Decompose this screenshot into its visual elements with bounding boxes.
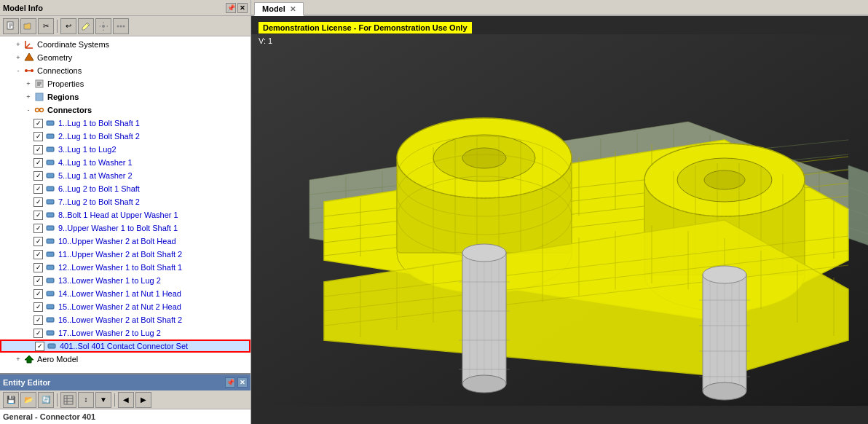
tree-item-c7[interactable]: ✓ 7..Lug 2 to Bolt Shaft 2 <box>0 195 250 208</box>
tree-item-c13[interactable]: ✓ 13..Lower Washer 1 to Lug 2 <box>0 274 250 287</box>
tree-item-connections[interactable]: - Connections <box>0 64 250 77</box>
check-c401[interactable]: ✓ <box>35 342 44 351</box>
expand-connectors[interactable]: - <box>23 105 33 115</box>
entity-table-btn[interactable] <box>60 392 76 408</box>
entity-editor-title: Entity Editor <box>3 378 50 387</box>
entity-editor: Entity Editor 📌 ✕ 💾 📂 🔄 ↕ ▼ ◀ ▶ <box>0 373 250 424</box>
open-button[interactable] <box>20 18 36 34</box>
model-3d-view[interactable] <box>251 16 868 424</box>
entity-pin-button[interactable]: 📌 <box>225 377 235 388</box>
svg-rect-39 <box>47 318 54 322</box>
check-c10[interactable]: ✓ <box>33 237 43 246</box>
entity-section-label: General - Connector 401 <box>3 411 248 423</box>
svg-point-138 <box>462 375 506 393</box>
check-c8[interactable]: ✓ <box>33 211 43 220</box>
svg-rect-34 <box>47 252 54 256</box>
check-c13[interactable]: ✓ <box>33 276 43 286</box>
tree-item-c14[interactable]: ✓ 14..Lower Washer 1 at Nut 1 Head <box>0 287 250 300</box>
tree-item-coordinate-systems[interactable]: + Coordinate Systems <box>0 38 250 51</box>
tab-model[interactable]: Model ✕ <box>254 2 304 16</box>
tree-item-c15[interactable]: ✓ 15..Lower Washer 2 at Nut 2 Head <box>0 300 250 313</box>
expand-properties[interactable]: + <box>23 79 33 89</box>
connectors-label: Connectors <box>47 106 92 114</box>
geometry-label: Geometry <box>37 53 72 62</box>
c12-label: 12..Lower Washer 1 to Bolt Shaft 1 <box>58 263 182 272</box>
svg-point-6 <box>117 25 119 27</box>
tree-item-c5[interactable]: ✓ 5..Lug 1 at Washer 2 <box>0 169 250 182</box>
svg-point-150 <box>703 382 746 400</box>
cut-button[interactable]: ✂ <box>38 18 54 34</box>
regions-icon <box>33 91 45 103</box>
entity-toolbar: 💾 📂 🔄 ↕ ▼ ◀ ▶ <box>0 390 250 409</box>
check-c14[interactable]: ✓ <box>33 289 43 299</box>
check-c4[interactable]: ✓ <box>33 158 43 168</box>
check-c9[interactable]: ✓ <box>33 224 43 233</box>
undo-button[interactable]: ↩ <box>60 18 76 34</box>
check-c3[interactable]: ✓ <box>33 145 43 154</box>
more-button[interactable] <box>113 18 129 34</box>
tree-item-c1[interactable]: ✓ 1..Lug 1 to Bolt Shaft 1 <box>0 117 250 130</box>
tree-item-c11[interactable]: ✓ 11..Upper Washer 2 at Bolt Shaft 2 <box>0 248 250 261</box>
entity-refresh-btn[interactable]: 🔄 <box>38 392 54 408</box>
tree-item-c9[interactable]: ✓ 9..Upper Washer 1 to Bolt Shaft 1 <box>0 221 250 235</box>
c13-label: 13..Lower Washer 1 to Lug 2 <box>58 276 161 285</box>
c6-icon <box>44 183 56 195</box>
tree-item-c16[interactable]: ✓ 16..Lower Washer 2 at Bolt Shaft 2 <box>0 313 250 326</box>
entity-back-btn[interactable]: ◀ <box>118 392 134 408</box>
expand-aero[interactable]: + <box>13 354 23 364</box>
svg-rect-42 <box>64 396 73 404</box>
tree-item-c4[interactable]: ✓ 4..Lug 1 to Washer 1 <box>0 156 250 169</box>
tree-item-c2[interactable]: ✓ 2..Lug 1 to Bolt Shaft 2 <box>0 130 250 143</box>
c401-icon <box>46 340 58 352</box>
tree-item-aero[interactable]: + Aero Model <box>0 353 250 366</box>
entity-close-button[interactable]: ✕ <box>237 377 248 388</box>
check-c12[interactable]: ✓ <box>33 263 43 272</box>
tree-item-c401[interactable]: ✓ 401..Sol 401 Contact Connector Set <box>0 339 250 353</box>
coordinate-systems-label: Coordinate Systems <box>37 40 109 49</box>
close-panel-button[interactable]: ✕ <box>237 3 248 13</box>
tree-item-c17[interactable]: ✓ 17..Lower Washer 2 to Lug 2 <box>0 326 250 339</box>
check-c2[interactable]: ✓ <box>33 132 43 141</box>
check-c17[interactable]: ✓ <box>33 329 43 338</box>
entity-save-btn[interactable]: 💾 <box>3 392 19 408</box>
c16-label: 16..Lower Washer 2 at Bolt Shaft 2 <box>58 315 182 324</box>
edit-button[interactable] <box>78 18 94 34</box>
entity-filter-btn[interactable]: ▼ <box>95 392 111 408</box>
expand-connections[interactable]: - <box>13 66 23 76</box>
expand-regions[interactable]: + <box>23 92 33 102</box>
svg-rect-27 <box>47 160 54 165</box>
new-button[interactable] <box>3 18 19 34</box>
tree-item-c6[interactable]: ✓ 6..Lug 2 to Bolt 1 Shaft <box>0 182 250 195</box>
aero-label: Aero Model <box>37 355 78 364</box>
tree-item-c3[interactable]: ✓ 3..Lug 1 to Lug2 <box>0 143 250 156</box>
tree-item-connectors[interactable]: - Connectors <box>0 103 250 117</box>
check-c6[interactable]: ✓ <box>33 184 43 194</box>
expand-coordinate-systems[interactable]: + <box>13 39 23 50</box>
check-c1[interactable]: ✓ <box>33 119 43 128</box>
tree-item-c8[interactable]: ✓ 8..Bolt 1 Head at Upper Washer 1 <box>0 208 250 221</box>
c7-icon <box>44 196 56 208</box>
tab-close-model[interactable]: ✕ <box>290 5 296 13</box>
version-label: V: 1 <box>259 36 272 45</box>
entity-sort-btn[interactable]: ↕ <box>78 392 94 408</box>
tree-item-regions[interactable]: + Regions <box>0 90 250 103</box>
entity-open-btn[interactable]: 📂 <box>20 392 36 408</box>
settings-button[interactable] <box>95 18 111 34</box>
c401-label: 401..Sol 401 Contact Connector Set <box>60 342 188 350</box>
tree-item-properties[interactable]: + Properties <box>0 77 250 90</box>
tree-item-c12[interactable]: ✓ 12..Lower Washer 1 to Bolt Shaft 1 <box>0 261 250 274</box>
tree-item-c10[interactable]: ✓ 10..Upper Washer 2 at Bolt Head <box>0 235 250 248</box>
expand-geometry[interactable]: + <box>13 52 23 63</box>
check-c7[interactable]: ✓ <box>33 197 43 207</box>
check-c11[interactable]: ✓ <box>33 250 43 259</box>
tree-item-geometry[interactable]: + Geometry <box>0 51 250 64</box>
check-c15[interactable]: ✓ <box>33 302 43 312</box>
model-info-header: Model Info 📌 ✕ <box>0 0 250 16</box>
check-c5[interactable]: ✓ <box>33 171 43 181</box>
entity-editor-header: Entity Editor 📌 ✕ <box>0 374 250 390</box>
c4-label: 4..Lug 1 to Washer 1 <box>58 158 133 167</box>
model-viewport[interactable]: Demonstration License - For Demonstratio… <box>251 16 868 424</box>
pin-button[interactable]: 📌 <box>226 3 236 13</box>
check-c16[interactable]: ✓ <box>33 315 43 325</box>
entity-forward-btn[interactable]: ▶ <box>135 392 151 408</box>
